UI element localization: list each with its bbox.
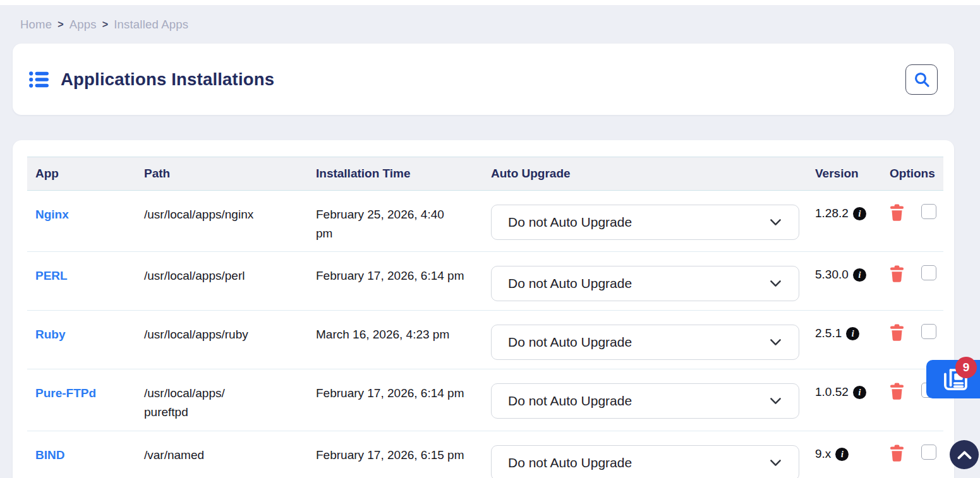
version-value: 1.28.2 <box>815 206 849 220</box>
breadcrumb: Home > Apps > Installed Apps <box>20 18 188 32</box>
trash-icon <box>890 204 904 221</box>
info-icon[interactable]: i <box>853 386 866 399</box>
auto-upgrade-select[interactable]: Do not Auto Upgrade <box>491 266 799 301</box>
auto-upgrade-value: Do not Auto Upgrade <box>508 335 632 350</box>
chevron-down-icon <box>770 397 782 405</box>
column-header-path: Path <box>136 157 308 190</box>
page-title: Applications Installations <box>61 69 274 90</box>
top-navbar-edge <box>0 0 980 5</box>
table-row: Ruby /usr/local/apps/ruby March 16, 2026… <box>27 311 943 369</box>
column-header-installation-time: Installation Time <box>308 157 491 190</box>
version-value: 1.0.52 <box>815 385 849 399</box>
table-row: PERL /usr/local/apps/perl February 17, 2… <box>27 252 943 311</box>
table-row: BIND /var/named February 17, 2026, 6:15 … <box>27 431 943 478</box>
chevron-down-icon <box>770 280 782 287</box>
version-value: 9.x <box>815 447 831 461</box>
table-row: Nginx /usr/local/apps/nginx February 25,… <box>27 191 943 252</box>
scroll-to-top-button[interactable] <box>950 440 979 469</box>
row-checkbox[interactable] <box>921 324 936 339</box>
installation-time: February 17, 2026, 6:15 pm <box>308 431 491 478</box>
auto-upgrade-value: Do not Auto Upgrade <box>508 393 632 409</box>
auto-upgrade-select[interactable]: Do not Auto Upgrade <box>491 205 799 240</box>
delete-button[interactable] <box>890 204 904 221</box>
trash-icon <box>890 383 904 400</box>
app-link[interactable]: PERL <box>35 269 68 282</box>
table-row: Pure-FTPd /usr/local/apps/ pureftpd Febr… <box>27 369 943 431</box>
search-button[interactable] <box>905 64 938 95</box>
row-checkbox[interactable] <box>921 265 936 280</box>
breadcrumb-home[interactable]: Home <box>20 18 52 32</box>
breadcrumb-separator: > <box>102 19 109 30</box>
breadcrumb-apps[interactable]: Apps <box>70 18 97 32</box>
delete-button[interactable] <box>890 445 904 462</box>
chevron-down-icon <box>770 338 782 346</box>
app-path: /var/named <box>136 431 308 478</box>
auto-upgrade-select[interactable]: Do not Auto Upgrade <box>491 445 799 478</box>
info-icon[interactable]: i <box>853 268 866 282</box>
chevron-up-icon <box>957 450 972 460</box>
column-header-auto-upgrade: Auto Upgrade <box>491 157 815 190</box>
version-value: 2.5.1 <box>815 326 842 340</box>
auto-upgrade-select[interactable]: Do not Auto Upgrade <box>491 325 799 360</box>
auto-upgrade-value: Do not Auto Upgrade <box>508 276 632 291</box>
trash-icon <box>890 445 904 462</box>
column-header-version: Version <box>815 157 890 190</box>
chevron-down-icon <box>770 459 782 467</box>
installation-time: February 25, 2026, 4:40 pm <box>308 191 491 251</box>
installed-apps-table: App Path Installation Time Auto Upgrade … <box>27 157 943 478</box>
trash-icon <box>890 324 904 341</box>
app-link[interactable]: Nginx <box>35 208 69 221</box>
trash-icon <box>890 265 904 282</box>
app-link[interactable]: BIND <box>35 448 64 462</box>
delete-button[interactable] <box>890 324 904 341</box>
installed-apps-card: App Path Installation Time Auto Upgrade … <box>13 140 954 478</box>
search-icon <box>913 71 931 88</box>
installation-time: March 16, 2026, 4:23 pm <box>308 311 491 369</box>
app-path: /usr/local/apps/perl <box>136 252 308 310</box>
app-link[interactable]: Ruby <box>35 328 66 341</box>
installation-time: February 17, 2026, 6:14 pm <box>308 252 491 310</box>
installation-time: February 17, 2026, 6:14 pm <box>308 369 491 431</box>
app-path: /usr/local/apps/ pureftpd <box>136 369 308 431</box>
breadcrumb-separator: > <box>57 19 64 30</box>
breadcrumb-installed-apps: Installed Apps <box>114 18 188 32</box>
column-header-options: Options <box>890 157 943 190</box>
page-header-card: Applications Installations <box>13 44 954 115</box>
auto-upgrade-value: Do not Auto Upgrade <box>508 455 632 470</box>
table-header-row: App Path Installation Time Auto Upgrade … <box>27 157 943 191</box>
info-icon[interactable]: i <box>846 327 859 340</box>
app-path: /usr/local/apps/nginx <box>136 191 308 251</box>
chevron-down-icon <box>770 218 782 226</box>
info-icon[interactable]: i <box>835 448 849 461</box>
list-icon <box>29 71 49 88</box>
app-path: /usr/local/apps/ruby <box>136 311 308 369</box>
notification-badge: 9 <box>955 357 977 378</box>
delete-button[interactable] <box>890 265 904 282</box>
auto-upgrade-select[interactable]: Do not Auto Upgrade <box>491 383 799 419</box>
row-checkbox[interactable] <box>921 445 936 460</box>
row-checkbox[interactable] <box>921 204 936 219</box>
delete-button[interactable] <box>890 383 904 400</box>
info-icon[interactable]: i <box>853 207 866 220</box>
column-header-app: App <box>27 157 136 190</box>
auto-upgrade-value: Do not Auto Upgrade <box>508 215 632 230</box>
app-link[interactable]: Pure-FTPd <box>35 386 96 400</box>
version-value: 5.30.0 <box>815 268 849 282</box>
